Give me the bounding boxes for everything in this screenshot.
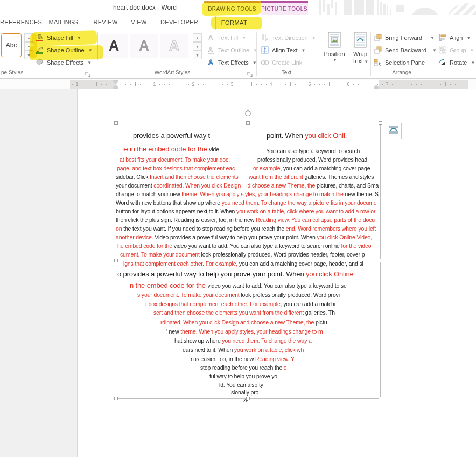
ruler-tick: [324, 84, 325, 85]
chain-link-icon: [261, 58, 269, 67]
chevron-down-icon: ▼: [242, 36, 246, 40]
resize-handle-top-middle[interactable]: [246, 121, 250, 125]
gallery-scroll-down-icon[interactable]: ▼: [24, 42, 33, 51]
selection-pane-label: Selection Pane: [385, 59, 425, 66]
tab-mailings[interactable]: MAILINGS: [47, 15, 80, 30]
resize-handle-top-right[interactable]: [379, 121, 382, 125]
ruler-tick: [353, 84, 354, 85]
rotation-handle[interactable]: [245, 110, 251, 116]
ruler-tick: [169, 84, 170, 85]
page-position-icon: [327, 31, 342, 51]
ruler-tick: [96, 82, 97, 86]
text-outline-button[interactable]: A Text Outline ▼: [207, 44, 257, 56]
vertical-text-icon: A: [261, 33, 269, 42]
ruler-tick: [436, 84, 436, 85]
group-label-text: Text: [261, 70, 312, 75]
wordart-style-1[interactable]: A: [100, 34, 128, 58]
create-link-label: Create Link: [272, 59, 302, 66]
shape-outline-button[interactable]: Shape Outline ▼: [36, 44, 93, 56]
ruler-tick: [135, 82, 136, 86]
ruler-tick: [227, 84, 228, 85]
paint-bucket-icon: [36, 33, 44, 42]
ruler-tick: [329, 82, 330, 86]
shape-style-preset[interactable]: Abc: [1, 33, 22, 57]
tab-developer[interactable]: DEVELOPER: [160, 15, 197, 30]
ruler-tick: [261, 84, 262, 85]
ruler-tick: [164, 84, 165, 85]
resize-handle-bottom-middle[interactable]: [246, 397, 250, 400]
chevron-down-icon: ▼: [432, 48, 437, 53]
chevron-down-icon: ▼: [87, 60, 92, 65]
bring-forward-label: Bring Forward: [385, 34, 422, 41]
ruler-tick: [121, 84, 121, 85]
ruler-number: 1: [75, 81, 78, 87]
layout-options-button[interactable]: [386, 123, 402, 139]
tab-references[interactable]: REFERENCES: [0, 15, 33, 30]
ruler-tick: [266, 84, 267, 85]
ruler-tick: [358, 84, 359, 85]
shape-effects-button[interactable]: Shape Effects ▼: [36, 57, 92, 68]
overlap-front-icon: [374, 33, 382, 42]
text-effects-button[interactable]: A Text Effects ▼: [207, 57, 257, 68]
horizontal-ruler[interactable]: 11234567: [70, 80, 468, 89]
wrap-text-label-line2: Text: [352, 58, 363, 64]
chevron-down-icon: ▼: [430, 36, 435, 40]
group-button[interactable]: Group ▼: [438, 44, 474, 56]
gallery-more-icon[interactable]: ▼: [24, 51, 33, 59]
ruler-tick: [290, 82, 291, 86]
chevron-down-icon: ▼: [470, 48, 474, 53]
group-label-arrange: Arrange: [364, 70, 439, 75]
dialog-launcher-icon[interactable]: [85, 70, 91, 76]
group-label-wordart-styles: WordArt Styles: [108, 70, 237, 75]
create-link-button[interactable]: Create Link: [261, 57, 302, 68]
ruler-tick: [130, 84, 131, 85]
tab-review[interactable]: REVIEW: [93, 15, 118, 30]
shape-outline-label: Shape Outline: [47, 47, 85, 53]
ruler-tick: [101, 84, 102, 85]
resize-handle-middle-left[interactable]: [114, 259, 118, 262]
rotate-button[interactable]: Rotate ▼: [438, 57, 475, 68]
rotate-label: Rotate: [450, 59, 467, 66]
position-label: Position: [324, 51, 345, 58]
text-direction-button[interactable]: A Text Direction ▼: [261, 32, 316, 44]
resize-handle-middle-right[interactable]: [379, 259, 382, 262]
align-button[interactable]: Align ▼: [438, 32, 471, 44]
titlebar-art-bar: [331, 0, 333, 8]
letter-a-glow-icon: A: [207, 58, 215, 67]
send-backward-button[interactable]: Send Backward ▼: [374, 44, 437, 56]
chevron-down-icon: ▼: [471, 60, 475, 65]
align-text-button[interactable]: Align Text ▼: [261, 44, 305, 56]
wordart-style-3[interactable]: A: [160, 34, 188, 58]
ruler-tick: [377, 84, 378, 85]
ruler-tick: [460, 84, 460, 85]
ruler-tick: [285, 84, 286, 85]
shape-fill-button[interactable]: Shape Fill ▼: [36, 32, 81, 44]
ruler-tick: [222, 84, 223, 85]
group-objects-icon: [438, 46, 447, 54]
text-fill-button[interactable]: A Text Fill ▼: [207, 32, 246, 44]
resize-handle-top-left[interactable]: [114, 121, 118, 125]
gallery-scroll-up-icon[interactable]: ▲: [193, 33, 202, 42]
ruler-tick: [125, 84, 126, 85]
resize-handle-bottom-left[interactable]: [114, 397, 118, 400]
gallery-more-icon[interactable]: ▼: [193, 51, 202, 59]
gallery-scroll-up-icon[interactable]: ▲: [24, 33, 33, 42]
ruler-tick: [445, 82, 446, 86]
position-button[interactable]: Position ▼: [322, 31, 347, 74]
ruler-tick: [305, 84, 305, 85]
ruler-tick: [368, 82, 368, 86]
selection-pane-button[interactable]: Selection Pane: [374, 57, 425, 68]
wrap-text-button[interactable]: Wrap Text▼: [348, 31, 373, 74]
wordart-style-2[interactable]: A: [130, 34, 158, 58]
bring-forward-button[interactable]: Bring Forward ▼: [374, 32, 435, 44]
group-label: Group: [450, 47, 466, 53]
chevron-down-icon: ▼: [312, 36, 316, 40]
tab-view[interactable]: VIEW: [129, 15, 149, 30]
dialog-launcher-icon[interactable]: [247, 70, 253, 76]
resize-handle-bottom-right[interactable]: [379, 397, 382, 400]
gallery-scroll-down-icon[interactable]: ▼: [193, 42, 202, 51]
tab-format-drawing-active[interactable]: FORMAT: [215, 16, 253, 30]
text-effects-label: Text Effects: [218, 59, 249, 66]
ruler-tick: [213, 82, 213, 86]
ribbon: Abc ▲ ▼ ▼ Shape Fill ▼ Shape Outline ▼ S…: [0, 30, 476, 79]
